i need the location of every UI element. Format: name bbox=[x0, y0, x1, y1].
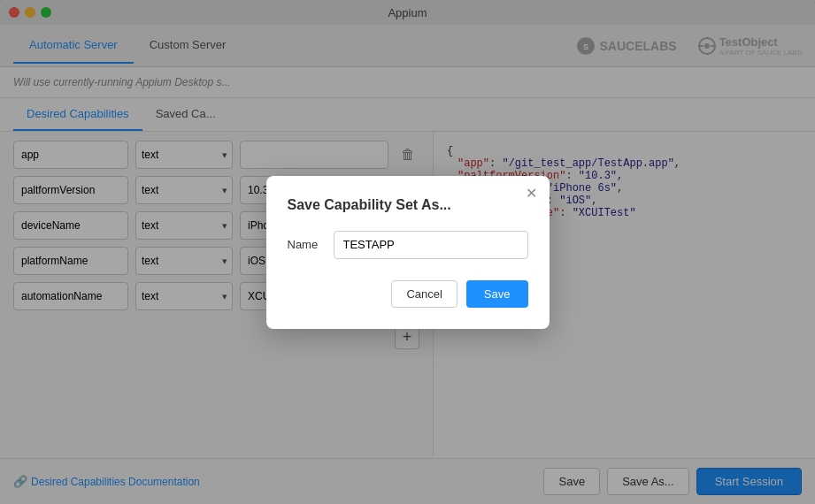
modal-overlay: Save Capability Set As... ✕ Name Cancel … bbox=[0, 0, 815, 504]
modal-name-field: Name bbox=[288, 231, 528, 259]
modal-close-button[interactable]: ✕ bbox=[526, 187, 537, 201]
modal-save-button[interactable]: Save bbox=[466, 280, 528, 308]
modal-title: Save Capability Set As... bbox=[288, 197, 528, 213]
capability-set-name-input[interactable] bbox=[334, 231, 528, 259]
modal-name-label: Name bbox=[288, 238, 323, 251]
modal-cancel-button[interactable]: Cancel bbox=[391, 280, 457, 308]
save-capability-modal: Save Capability Set As... ✕ Name Cancel … bbox=[266, 176, 550, 329]
app-window: Appium Automatic Server Custom Server S … bbox=[0, 0, 815, 504]
modal-actions: Cancel Save bbox=[288, 280, 528, 308]
